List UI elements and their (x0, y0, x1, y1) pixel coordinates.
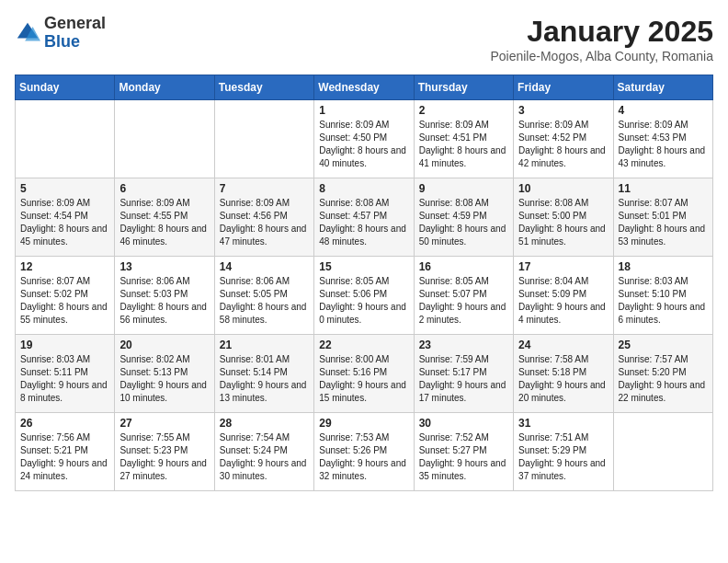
logo: General Blue (15, 15, 106, 52)
day-number: 28 (220, 417, 309, 430)
day-info: Sunrise: 8:09 AMSunset: 4:54 PMDaylight:… (20, 197, 109, 248)
day-cell (214, 100, 313, 178)
day-info: Sunrise: 7:57 AMSunset: 5:20 PMDaylight:… (619, 353, 708, 405)
day-cell: 25 Sunrise: 7:57 AMSunset: 5:20 PMDaylig… (613, 335, 712, 413)
logo-general-text: General (44, 14, 106, 32)
day-number: 16 (419, 260, 508, 273)
logo-icon (15, 20, 40, 46)
day-info: Sunrise: 8:08 AMSunset: 4:59 PMDaylight:… (419, 197, 508, 248)
day-number: 22 (319, 339, 408, 351)
day-number: 18 (619, 260, 708, 273)
day-info: Sunrise: 7:55 AMSunset: 5:23 PMDaylight:… (119, 431, 209, 483)
day-info: Sunrise: 7:58 AMSunset: 5:18 PMDaylight:… (518, 353, 608, 405)
day-number: 7 (220, 182, 309, 195)
day-number: 10 (518, 182, 608, 195)
calendar-title: January 2025 (490, 15, 713, 49)
day-cell: 28 Sunrise: 7:54 AMSunset: 5:24 PMDaylig… (214, 413, 313, 491)
day-info: Sunrise: 8:07 AMSunset: 5:02 PMDaylight:… (20, 275, 109, 327)
week-row-2: 5 Sunrise: 8:09 AMSunset: 4:54 PMDayligh… (16, 178, 713, 257)
day-info: Sunrise: 8:02 AMSunset: 5:13 PMDaylight:… (119, 353, 209, 405)
day-cell: 17 Sunrise: 8:04 AMSunset: 5:09 PMDaylig… (514, 257, 613, 335)
day-info: Sunrise: 7:53 AMSunset: 5:26 PMDaylight:… (319, 431, 408, 483)
day-cell: 7 Sunrise: 8:09 AMSunset: 4:56 PMDayligh… (214, 178, 313, 257)
day-info: Sunrise: 7:52 AMSunset: 5:27 PMDaylight:… (419, 431, 508, 483)
day-cell: 3 Sunrise: 8:09 AMSunset: 4:52 PMDayligh… (514, 100, 613, 178)
week-row-5: 26 Sunrise: 7:56 AMSunset: 5:21 PMDaylig… (16, 413, 713, 491)
day-number: 9 (419, 182, 508, 195)
day-cell: 6 Sunrise: 8:09 AMSunset: 4:55 PMDayligh… (115, 178, 214, 257)
day-cell: 20 Sunrise: 8:02 AMSunset: 5:13 PMDaylig… (115, 335, 214, 413)
day-cell: 19 Sunrise: 8:03 AMSunset: 5:11 PMDaylig… (16, 335, 115, 413)
day-number: 15 (319, 260, 408, 273)
day-cell (115, 100, 214, 178)
day-info: Sunrise: 8:09 AMSunset: 4:55 PMDaylight:… (119, 197, 209, 248)
week-row-4: 19 Sunrise: 8:03 AMSunset: 5:11 PMDaylig… (16, 335, 713, 413)
day-cell (16, 100, 115, 178)
day-cell: 24 Sunrise: 7:58 AMSunset: 5:18 PMDaylig… (514, 335, 613, 413)
day-cell (613, 413, 712, 491)
day-number: 21 (220, 339, 309, 351)
day-cell: 4 Sunrise: 8:09 AMSunset: 4:53 PMDayligh… (613, 100, 712, 178)
day-number: 5 (20, 182, 109, 195)
weekday-header-sunday: Sunday (16, 75, 115, 100)
day-cell: 26 Sunrise: 7:56 AMSunset: 5:21 PMDaylig… (16, 413, 115, 491)
day-cell: 13 Sunrise: 8:06 AMSunset: 5:03 PMDaylig… (115, 257, 214, 335)
day-info: Sunrise: 8:03 AMSunset: 5:10 PMDaylight:… (619, 275, 708, 327)
day-info: Sunrise: 8:09 AMSunset: 4:50 PMDaylight:… (319, 119, 408, 170)
day-cell: 31 Sunrise: 7:51 AMSunset: 5:29 PMDaylig… (514, 413, 613, 491)
weekday-header-thursday: Thursday (414, 75, 513, 100)
day-cell: 15 Sunrise: 8:05 AMSunset: 5:06 PMDaylig… (314, 257, 414, 335)
day-number: 4 (619, 104, 708, 117)
day-info: Sunrise: 7:59 AMSunset: 5:17 PMDaylight:… (419, 353, 508, 405)
day-number: 25 (619, 339, 708, 351)
day-cell: 29 Sunrise: 7:53 AMSunset: 5:26 PMDaylig… (314, 413, 414, 491)
day-cell: 2 Sunrise: 8:09 AMSunset: 4:51 PMDayligh… (414, 100, 513, 178)
day-cell: 23 Sunrise: 7:59 AMSunset: 5:17 PMDaylig… (414, 335, 513, 413)
day-info: Sunrise: 8:00 AMSunset: 5:16 PMDaylight:… (319, 353, 408, 405)
day-info: Sunrise: 7:56 AMSunset: 5:21 PMDaylight:… (20, 431, 109, 483)
day-info: Sunrise: 8:05 AMSunset: 5:06 PMDaylight:… (319, 275, 408, 327)
day-info: Sunrise: 8:09 AMSunset: 4:52 PMDaylight:… (518, 119, 608, 170)
day-info: Sunrise: 8:09 AMSunset: 4:56 PMDaylight:… (220, 197, 309, 248)
day-number: 31 (518, 417, 608, 430)
day-info: Sunrise: 7:51 AMSunset: 5:29 PMDaylight:… (518, 431, 608, 483)
day-info: Sunrise: 8:06 AMSunset: 5:03 PMDaylight:… (119, 275, 209, 327)
day-cell: 22 Sunrise: 8:00 AMSunset: 5:16 PMDaylig… (314, 335, 414, 413)
day-number: 20 (119, 339, 209, 351)
day-info: Sunrise: 8:06 AMSunset: 5:05 PMDaylight:… (220, 275, 309, 327)
day-number: 3 (518, 104, 608, 117)
day-info: Sunrise: 8:04 AMSunset: 5:09 PMDaylight:… (518, 275, 608, 327)
day-number: 6 (119, 182, 209, 195)
day-info: Sunrise: 8:08 AMSunset: 4:57 PMDaylight:… (319, 197, 408, 248)
day-info: Sunrise: 8:05 AMSunset: 5:07 PMDaylight:… (419, 275, 508, 327)
page-header: General Blue January 2025 Poienile-Mogos… (15, 15, 713, 63)
day-cell: 18 Sunrise: 8:03 AMSunset: 5:10 PMDaylig… (613, 257, 712, 335)
day-number: 17 (518, 260, 608, 273)
day-number: 13 (119, 260, 209, 273)
day-number: 24 (518, 339, 608, 351)
calendar-subtitle: Poienile-Mogos, Alba County, Romania (490, 49, 713, 63)
title-block: January 2025 Poienile-Mogos, Alba County… (490, 15, 713, 63)
weekday-header-monday: Monday (115, 75, 214, 100)
weekday-header-row: SundayMondayTuesdayWednesdayThursdayFrid… (16, 75, 713, 100)
week-row-3: 12 Sunrise: 8:07 AMSunset: 5:02 PMDaylig… (16, 257, 713, 335)
day-cell: 12 Sunrise: 8:07 AMSunset: 5:02 PMDaylig… (16, 257, 115, 335)
day-info: Sunrise: 7:54 AMSunset: 5:24 PMDaylight:… (220, 431, 309, 483)
weekday-header-saturday: Saturday (613, 75, 712, 100)
weekday-header-wednesday: Wednesday (314, 75, 414, 100)
day-number: 30 (419, 417, 508, 430)
day-number: 23 (419, 339, 508, 351)
day-cell: 27 Sunrise: 7:55 AMSunset: 5:23 PMDaylig… (115, 413, 214, 491)
day-info: Sunrise: 8:08 AMSunset: 5:00 PMDaylight:… (518, 197, 608, 248)
weekday-header-friday: Friday (514, 75, 613, 100)
day-cell: 16 Sunrise: 8:05 AMSunset: 5:07 PMDaylig… (414, 257, 513, 335)
day-info: Sunrise: 8:01 AMSunset: 5:14 PMDaylight:… (220, 353, 309, 405)
day-cell: 21 Sunrise: 8:01 AMSunset: 5:14 PMDaylig… (214, 335, 313, 413)
day-info: Sunrise: 8:09 AMSunset: 4:51 PMDaylight:… (419, 119, 508, 170)
day-number: 8 (319, 182, 408, 195)
day-cell: 1 Sunrise: 8:09 AMSunset: 4:50 PMDayligh… (314, 100, 414, 178)
day-info: Sunrise: 8:03 AMSunset: 5:11 PMDaylight:… (20, 353, 109, 405)
day-number: 26 (20, 417, 109, 430)
day-number: 11 (619, 182, 708, 195)
day-cell: 14 Sunrise: 8:06 AMSunset: 5:05 PMDaylig… (214, 257, 313, 335)
